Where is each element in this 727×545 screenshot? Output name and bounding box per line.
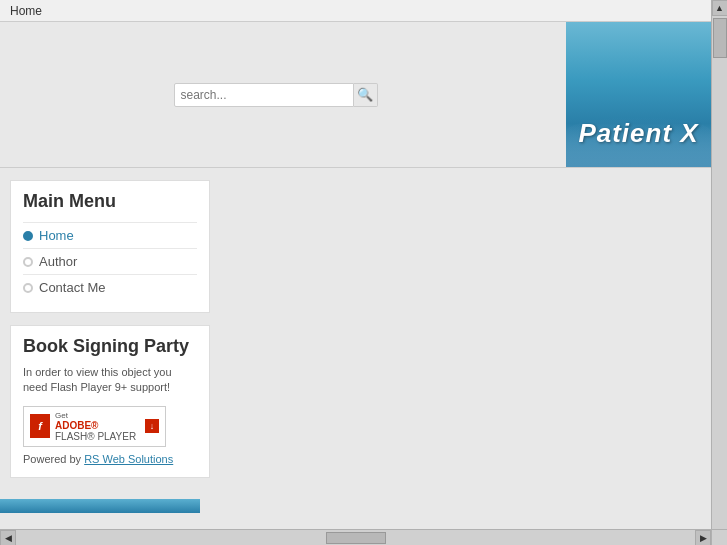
book-signing-desc: In order to view this object you need Fl… bbox=[23, 365, 197, 396]
powered-by-text: Powered by RS Web Solutions bbox=[23, 453, 197, 465]
menu-dot-home bbox=[23, 231, 33, 241]
scroll-thumb-vertical[interactable] bbox=[713, 18, 727, 58]
search-button[interactable]: 🔍 bbox=[354, 83, 378, 107]
scrollbar-right: ▲ bbox=[711, 0, 727, 530]
scroll-track-horizontal bbox=[16, 530, 695, 545]
home-breadcrumb[interactable]: Home bbox=[10, 4, 42, 18]
main-menu-box: Main Menu Home Author Contact Me bbox=[10, 180, 210, 313]
menu-link-home[interactable]: Home bbox=[39, 228, 74, 243]
menu-dot-author bbox=[23, 257, 33, 267]
scroll-right-arrow[interactable]: ▶ bbox=[695, 530, 711, 546]
header-area: 🔍 Patient X bbox=[0, 22, 711, 167]
patient-x-banner: Patient X bbox=[566, 22, 711, 167]
search-input[interactable] bbox=[174, 83, 354, 107]
flash-text: Get ADOBE® FLASH® PLAYER bbox=[55, 411, 136, 442]
main-area bbox=[222, 180, 701, 478]
search-icon: 🔍 bbox=[357, 87, 373, 102]
top-bar: Home bbox=[0, 0, 711, 22]
search-container: 🔍 bbox=[174, 83, 378, 107]
scroll-corner bbox=[711, 529, 727, 545]
scroll-left-arrow[interactable]: ◀ bbox=[0, 530, 16, 546]
rs-web-link[interactable]: RS Web Solutions bbox=[84, 453, 173, 465]
scroll-up-arrow[interactable]: ▲ bbox=[712, 0, 728, 16]
menu-link-contact[interactable]: Contact Me bbox=[39, 280, 105, 295]
menu-item-author[interactable]: Author bbox=[23, 248, 197, 274]
flash-icon: f bbox=[30, 414, 50, 438]
menu-item-home[interactable]: Home bbox=[23, 222, 197, 248]
flash-get-label: Get bbox=[55, 411, 136, 420]
flash-brand-label: ADOBE® bbox=[55, 420, 136, 431]
menu-item-contact[interactable]: Contact Me bbox=[23, 274, 197, 300]
main-content: Home 🔍 Patient X Main Menu bbox=[0, 0, 711, 529]
flash-download-icon: ↓ bbox=[145, 419, 159, 433]
bottom-blue-bar[interactable] bbox=[0, 499, 200, 513]
main-menu-title: Main Menu bbox=[23, 191, 197, 212]
book-signing-box: Book Signing Party In order to view this… bbox=[10, 325, 210, 478]
menu-dot-contact bbox=[23, 283, 33, 293]
content-area: Main Menu Home Author Contact Me bbox=[0, 168, 711, 490]
banner-title: Patient X bbox=[578, 118, 698, 149]
flash-product-label: FLASH® PLAYER bbox=[55, 431, 136, 442]
flash-player-badge[interactable]: f Get ADOBE® FLASH® PLAYER ↓ bbox=[23, 406, 166, 447]
scrollbar-bottom: ◀ ▶ bbox=[0, 529, 711, 545]
sidebar: Main Menu Home Author Contact Me bbox=[10, 180, 210, 478]
menu-link-author[interactable]: Author bbox=[39, 254, 77, 269]
book-signing-title: Book Signing Party bbox=[23, 336, 197, 357]
scroll-thumb-horizontal[interactable] bbox=[326, 532, 386, 544]
